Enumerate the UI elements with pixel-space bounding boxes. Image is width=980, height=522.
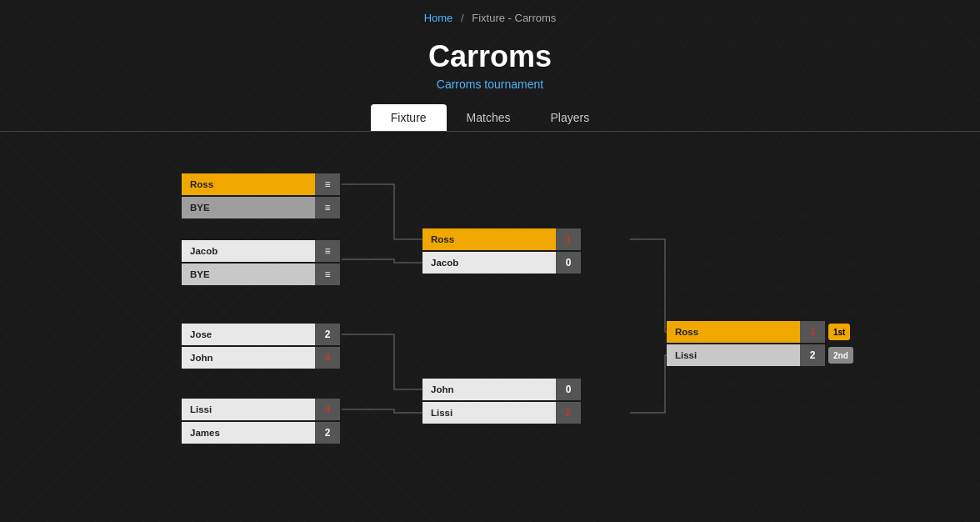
r1-m2-p1: Jacob ≡ <box>182 240 340 262</box>
r1-m3-p2-score: 4 <box>315 347 340 369</box>
r1-m4-p1-name: Lissi <box>182 399 315 420</box>
r2-m1-p2: Jacob 0 <box>422 252 581 274</box>
r1-m4-p2-score: 2 <box>315 422 340 444</box>
r1-m1-p1-name: Ross <box>182 173 315 195</box>
r3-m1-p2: Lissi 2 2nd <box>667 344 853 366</box>
r1-m1-p1-score: ≡ <box>315 173 340 195</box>
r1-m1-p2-name: BYE <box>182 197 315 218</box>
r2-m2-p1: John 0 <box>422 379 581 400</box>
r2-m2-p2-name: Lissi <box>422 402 556 424</box>
r3-m1-p1-name: Ross <box>667 321 800 343</box>
r2-m1-p1: Ross 1 <box>422 228 581 250</box>
r1-m1-p2-score: ≡ <box>315 197 340 218</box>
r2-m2-p1-score: 0 <box>556 379 581 400</box>
r1-m4-p1-score: 4 <box>315 399 340 420</box>
r2-m1-p2-score: 0 <box>556 252 581 274</box>
bracket-area: Ross ≡ BYE ≡ Jacob ≡ BYE ≡ Jose 2 John 4… <box>48 140 932 457</box>
tab-bar: Fixture Matches Players <box>0 104 980 132</box>
tab-players[interactable]: Players <box>531 104 610 131</box>
r1-m2-p2-name: BYE <box>182 264 315 285</box>
r1-m3-p2: John 4 <box>182 347 340 369</box>
r2-m1-p1-score: 1 <box>556 228 581 250</box>
r3-m1-p2-name: Lissi <box>667 344 800 366</box>
page-title: Carroms <box>0 39 980 74</box>
r2-m2-p2-score: 2 <box>556 402 581 424</box>
r1-m3-p1-score: 2 <box>315 324 340 345</box>
r1-m4-p2: James 2 <box>182 422 340 444</box>
r1-m2-p1-name: Jacob <box>182 240 315 262</box>
r1-m2-p1-score: ≡ <box>315 240 340 262</box>
tournament-subtitle: Carroms tournament <box>0 78 980 91</box>
r2-m1-p2-name: Jacob <box>422 252 556 274</box>
r1-m3-p2-name: John <box>182 347 315 369</box>
r3-m1-p1-score: 3 <box>800 321 825 343</box>
r1-m4-p1: Lissi 4 <box>182 399 340 420</box>
breadcrumb-current: Fixture - Carroms <box>472 12 556 24</box>
breadcrumb: Home / Fixture - Carroms <box>0 0 980 33</box>
r1-m1-p1: Ross ≡ <box>182 173 340 195</box>
r2-m2-p2: Lissi 2 <box>422 402 581 424</box>
r3-m1-p2-score: 2 <box>800 344 825 366</box>
r1-m1-p2: BYE ≡ <box>182 197 340 218</box>
r1-m2-p2-score: ≡ <box>315 264 340 285</box>
r3-m1-p1: Ross 3 1st <box>667 321 850 343</box>
r1-m4-p2-name: James <box>182 422 315 444</box>
r2-m2-p1-name: John <box>422 379 556 400</box>
r1-m2-p2: BYE ≡ <box>182 264 340 285</box>
r1-m3-p1: Jose 2 <box>182 324 340 345</box>
r2-m1-p1-name: Ross <box>422 228 556 250</box>
breadcrumb-separator: / <box>461 12 464 24</box>
r3-m1-p2-badge: 2nd <box>828 347 853 364</box>
tab-fixture[interactable]: Fixture <box>371 104 447 131</box>
r1-m3-p1-name: Jose <box>182 324 315 345</box>
r3-m1-p1-badge: 1st <box>828 324 850 340</box>
breadcrumb-home-link[interactable]: Home <box>424 12 453 24</box>
tab-matches[interactable]: Matches <box>447 104 531 131</box>
